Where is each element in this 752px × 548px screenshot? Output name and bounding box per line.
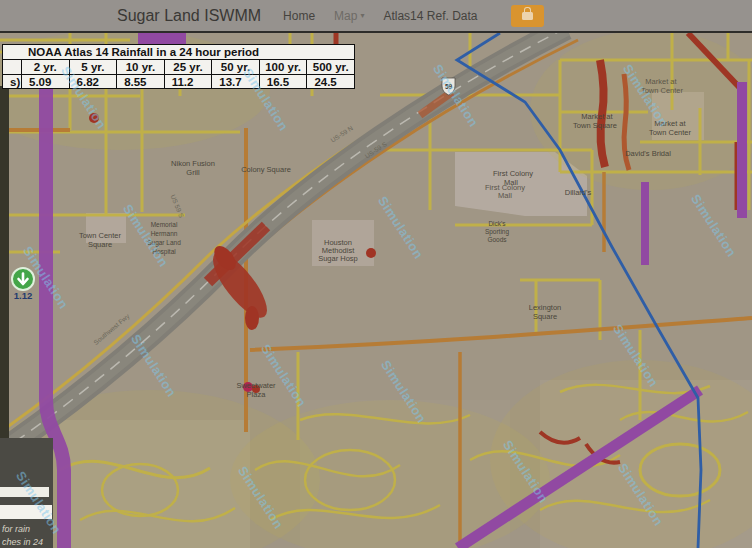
nav-home[interactable]: Home xyxy=(283,9,315,23)
header-action-button[interactable] xyxy=(511,5,544,27)
svg-text:Hermann: Hermann xyxy=(151,230,178,237)
map-marker[interactable]: 1.12 xyxy=(12,268,34,301)
svg-text:Sweetwater: Sweetwater xyxy=(236,381,276,390)
rainfall-table: NOAA Atlas 14 Rainfall in a 24 hour peri… xyxy=(2,44,355,89)
svg-text:Sporting: Sporting xyxy=(485,228,510,236)
svg-text:Square: Square xyxy=(533,312,557,321)
app-header: Sugar Land ISWMM Home Map ▾ Atlas14 Ref.… xyxy=(0,0,752,33)
svg-text:Sugar Land: Sugar Land xyxy=(147,239,181,247)
rainfall-value: 16.5 xyxy=(259,75,307,89)
svg-text:Memorial: Memorial xyxy=(151,221,178,228)
lock-icon xyxy=(522,12,533,20)
svg-text:Town Center: Town Center xyxy=(649,128,692,137)
nav-atlas14-ref-data[interactable]: Atlas14 Ref. Data xyxy=(383,9,477,23)
svg-text:Market at: Market at xyxy=(581,112,613,121)
row-label-fragment: s) xyxy=(3,75,22,89)
rainfall-value: 11.2 xyxy=(164,75,212,89)
nav-atlas14-label: Atlas14 Ref. Data xyxy=(383,9,477,23)
panel-field[interactable] xyxy=(0,505,52,519)
svg-text:Goods: Goods xyxy=(487,236,507,243)
app-title: Sugar Land ISWMM xyxy=(117,7,261,25)
main-nav: Home Map ▾ Atlas14 Ref. Data xyxy=(283,5,543,27)
legend-panel: for rain ches in 24 xyxy=(0,438,53,548)
panel-field[interactable] xyxy=(0,487,49,497)
nav-map-label: Map xyxy=(334,9,357,23)
nav-map[interactable]: Map ▾ xyxy=(334,9,364,23)
col-header: 25 yr. xyxy=(164,60,212,75)
rainfall-table-corner xyxy=(3,60,22,75)
col-header: 50 yr. xyxy=(212,60,260,75)
svg-text:Colony Square: Colony Square xyxy=(241,165,291,174)
panel-caption-line1: for rain xyxy=(2,524,30,534)
rainfall-table-header-row: 2 yr. 5 yr. 10 yr. 25 yr. 50 yr. 100 yr.… xyxy=(3,60,355,75)
col-header: 100 yr. xyxy=(259,60,307,75)
nav-home-label: Home xyxy=(283,9,315,23)
rainfall-value: 8.55 xyxy=(117,75,165,89)
svg-text:Dick's: Dick's xyxy=(488,220,506,227)
svg-text:Sugar Hosp: Sugar Hosp xyxy=(318,254,358,263)
svg-text:David's Bridal: David's Bridal xyxy=(625,149,671,158)
app-window: 59 Southwest Fwy US-59 N US-59 S US 59 S… xyxy=(0,0,752,548)
rainfall-value: 13.7 xyxy=(212,75,260,89)
rainfall-value: 5.09 xyxy=(22,75,70,89)
svg-text:Hospital: Hospital xyxy=(152,248,176,256)
marker-label: 1.12 xyxy=(14,290,33,301)
col-header: 5 yr. xyxy=(69,60,117,75)
svg-text:Grill: Grill xyxy=(186,168,200,177)
dim-overlay xyxy=(0,33,752,548)
svg-text:Plaza: Plaza xyxy=(247,390,267,399)
svg-text:Mall: Mall xyxy=(498,191,512,200)
rainfall-value: 24.5 xyxy=(307,75,355,89)
svg-text:Dillard's: Dillard's xyxy=(565,188,592,197)
rainfall-table-title: NOAA Atlas 14 Rainfall in a 24 hour peri… xyxy=(3,45,355,60)
svg-text:Town Center: Town Center xyxy=(641,86,684,95)
rainfall-value: 6.82 xyxy=(69,75,117,89)
svg-text:Town Center: Town Center xyxy=(79,231,122,240)
rainfall-table-value-row: s) 5.09 6.82 8.55 11.2 13.7 16.5 24.5 xyxy=(3,75,355,89)
svg-text:Square: Square xyxy=(88,240,112,249)
panel-caption-line2: ches in 24 xyxy=(2,537,43,547)
shield-number: 59 xyxy=(445,83,453,90)
svg-text:Nikon Fusion: Nikon Fusion xyxy=(171,159,215,168)
svg-text:Market at: Market at xyxy=(654,119,686,128)
col-header: 500 yr. xyxy=(307,60,355,75)
chevron-down-icon: ▾ xyxy=(360,12,364,20)
svg-text:Market at: Market at xyxy=(645,77,677,86)
col-header: 2 yr. xyxy=(22,60,70,75)
svg-text:First Colony: First Colony xyxy=(493,169,533,178)
svg-text:Lexington: Lexington xyxy=(529,303,562,312)
col-header: 10 yr. xyxy=(117,60,165,75)
svg-text:Town Square: Town Square xyxy=(573,121,617,130)
